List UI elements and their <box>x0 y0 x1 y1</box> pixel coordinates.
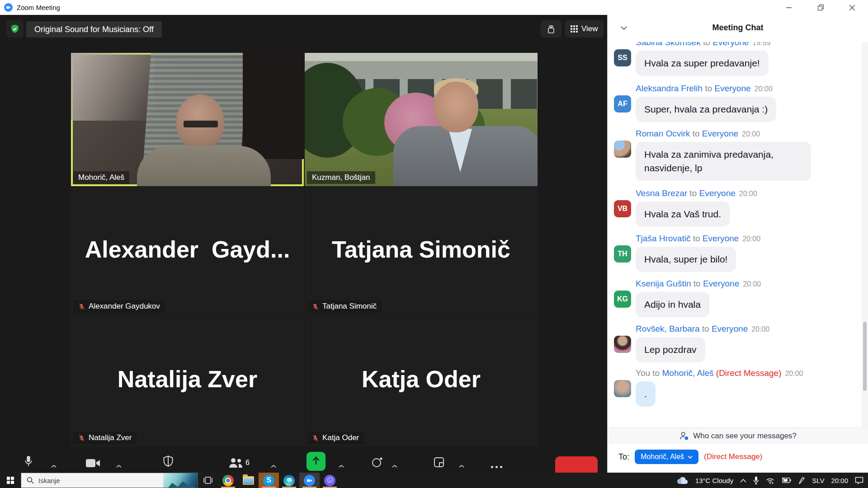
video-tile-gaydukov[interactable]: Alexander Gayd... Alexander Gaydukov <box>71 187 304 315</box>
view-button-label: View <box>581 24 598 33</box>
avatar: VB <box>614 200 631 217</box>
mute-options-chevron[interactable] <box>51 465 57 468</box>
chat-message: KG Ksenija Guštin to Everyone20:00 Adijo… <box>608 279 861 317</box>
recipient-name: Mohorič, Aleš <box>641 453 684 461</box>
who-can-see-bar[interactable]: Who can see your messages? <box>608 427 868 444</box>
taskbar-app-edge[interactable] <box>279 473 299 488</box>
video-tile-kuzman[interactable]: Kuzman, Boštjan <box>305 53 538 186</box>
participant-name-tag: Kuzman, Boštjan <box>307 171 375 184</box>
video-tile-zver[interactable]: Natalija Zver Natalija Zver <box>71 316 304 446</box>
chat-message: SS Sabina Skornšek to Everyone19:59 Hval… <box>608 42 861 76</box>
participant-name-tag: Natalija Zver <box>73 432 137 444</box>
taskbar-app-skype[interactable]: S <box>259 473 279 488</box>
window-title: Zoom Meeting <box>17 4 60 11</box>
security-button[interactable] <box>163 455 174 468</box>
chat-header: Meeting Chat <box>608 15 868 42</box>
taskbar-app-explorer[interactable] <box>238 473 259 488</box>
minimize-button[interactable] <box>773 0 805 15</box>
original-sound-button[interactable]: Original Sound for Musicians: Off <box>26 21 162 38</box>
video-tile-simonic[interactable]: Tatjana Simonič Tatjana Simonič <box>305 187 538 315</box>
restore-button[interactable] <box>805 0 836 15</box>
avatar-photo <box>614 380 631 397</box>
tile1-art <box>71 53 155 121</box>
mic-muted-icon <box>312 435 319 441</box>
recipient-selector[interactable]: Mohorič, Aleš <box>635 450 698 464</box>
close-button[interactable] <box>836 0 868 15</box>
to-label: To: <box>618 452 629 462</box>
message-header: Sabina Skornšek to Everyone19:59 <box>608 42 861 47</box>
taskbar-app-chrome[interactable] <box>218 473 238 488</box>
zoom-icon <box>304 475 315 486</box>
share-screen-button[interactable] <box>307 452 326 471</box>
message-bubble: Hvala za zanimiva predavanja, nasvidenje… <box>636 142 811 181</box>
apps-icon <box>433 456 445 468</box>
screen: { "window": { "title": "Zoom Meeting" },… <box>0 0 868 488</box>
apps-button[interactable] <box>433 456 445 468</box>
participant-video-face <box>434 82 478 132</box>
chat-scrollbar-thumb[interactable] <box>863 322 867 391</box>
share-options-chevron[interactable] <box>338 465 344 468</box>
participants-button[interactable]: 6 <box>228 457 250 468</box>
mic-muted-icon <box>78 303 85 310</box>
video-button[interactable] <box>86 458 100 468</box>
chat-message: TH Tjaša Hrovatič to Everyone20:00 Hvala… <box>608 234 861 272</box>
view-button[interactable]: View <box>565 20 604 38</box>
participant-name-tag: Tatjana Simonič <box>307 300 382 313</box>
message-bubble: Hvala, super je bilo! <box>636 247 736 272</box>
tray-expand-chevron[interactable] <box>740 479 746 483</box>
weather-text[interactable]: 13°C Cloudy <box>695 477 733 484</box>
language-indicator[interactable]: SLV <box>812 477 824 484</box>
apps-chevron[interactable] <box>458 465 465 468</box>
message-header: Aleksandra Frelih to Everyone20:00 <box>608 84 861 94</box>
taskbar-app-viber[interactable] <box>320 473 340 488</box>
system-tray: 13°C Cloudy SLV 20:00 <box>677 473 868 488</box>
chat-message: Roman Ocvirk to Everyone20:00 Hvala za z… <box>608 129 861 181</box>
chat-message: AF Aleksandra Frelih to Everyone20:00 Su… <box>608 84 861 122</box>
action-center-icon[interactable] <box>855 477 863 484</box>
network-icon[interactable] <box>766 477 774 484</box>
video-options-chevron[interactable] <box>116 465 122 468</box>
taskbar-search[interactable]: Iskanje <box>21 473 198 488</box>
more-options-button[interactable] <box>491 466 502 468</box>
taskbar-app-zoom[interactable] <box>299 473 320 488</box>
participant-big-name: Tatjana Simonič <box>305 236 538 263</box>
task-view-button[interactable] <box>198 473 218 488</box>
task-view-icon <box>203 476 212 484</box>
message-header: You to Mohorič, Aleš (Direct Message)20:… <box>608 368 861 378</box>
viber-icon <box>324 475 335 486</box>
window-titlebar: Zoom Meeting <box>0 0 868 15</box>
clock[interactable]: 20:00 <box>831 477 848 484</box>
avatar: AF <box>614 95 631 113</box>
start-button[interactable] <box>0 473 21 488</box>
windows-taskbar: Iskanje S 13°C Cloudy SLV <box>0 473 868 488</box>
message-bubble: . <box>636 381 656 407</box>
video-grid: Mohorič, Aleš Kuzman, Boštjan Al <box>71 53 538 446</box>
message-bubble: Hvala za Vaš trud. <box>636 202 730 227</box>
participant-big-name: Natalija Zver <box>71 366 304 393</box>
search-icon <box>27 477 34 484</box>
search-placeholder: Iskanje <box>38 477 60 484</box>
participants-chevron[interactable] <box>270 465 277 468</box>
grid-view-icon <box>571 25 578 33</box>
video-tile-mohoric[interactable]: Mohorič, Aleš <box>71 53 304 186</box>
participants-count: 6 <box>245 459 250 467</box>
search-highlight-image <box>163 473 198 488</box>
who-can-see-label: Who can see your messages? <box>693 432 797 441</box>
message-header: Tjaša Hrovatič to Everyone20:00 <box>608 234 861 244</box>
cast-icon-button[interactable] <box>541 20 561 38</box>
avatar: TH <box>614 245 631 263</box>
record-chevron[interactable] <box>392 465 398 468</box>
video-region: Original Sound for Musicians: Off View M… <box>0 15 607 488</box>
mute-button[interactable] <box>24 455 33 468</box>
share-arrow-icon <box>311 456 321 466</box>
record-button[interactable] <box>371 456 383 468</box>
chat-messages[interactable]: SS Sabina Skornšek to Everyone19:59 Hval… <box>608 42 868 427</box>
pen-icon[interactable] <box>798 477 805 484</box>
security-shield-button[interactable] <box>6 20 24 38</box>
chat-scrollbar[interactable] <box>862 42 868 427</box>
participant-name-tag: Mohorič, Aleš <box>73 171 129 184</box>
battery-charging-icon[interactable] <box>781 477 791 483</box>
avatar-photo <box>614 336 631 353</box>
video-tile-oder[interactable]: Katja Oder Katja Oder <box>305 316 538 446</box>
tray-microphone-icon[interactable] <box>753 476 759 484</box>
